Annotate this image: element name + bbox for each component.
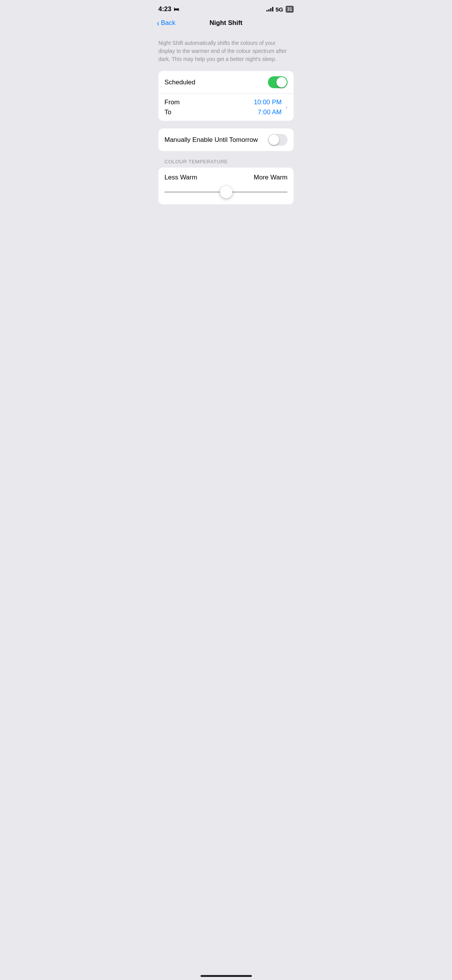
scheduled-card: Scheduled From To 10:00 PM 7:00 AM › bbox=[158, 71, 294, 121]
scheduled-label: Scheduled bbox=[164, 79, 195, 86]
slider-track bbox=[164, 191, 288, 193]
less-warm-label: Less Warm bbox=[164, 174, 197, 181]
from-to-times: 10:00 PM 7:00 AM bbox=[254, 99, 282, 116]
battery-level: 31 bbox=[287, 7, 292, 12]
signal-bar-3 bbox=[270, 8, 271, 12]
signal-bar-1 bbox=[266, 10, 268, 12]
status-bar: 4:23 🛏 5G 31 bbox=[151, 0, 301, 16]
slider-fill bbox=[164, 191, 226, 193]
slider-thumb[interactable] bbox=[220, 186, 232, 198]
description-text: Night Shift automatically shifts the col… bbox=[158, 36, 294, 71]
signal-bar-2 bbox=[268, 9, 270, 12]
manual-enable-row: Manually Enable Until Tomorrow bbox=[158, 128, 294, 151]
from-time: 10:00 PM bbox=[254, 99, 282, 106]
nav-header: ‹ Back Night Shift bbox=[151, 16, 301, 33]
colour-temp-section-header: COLOUR TEMPERATURE bbox=[158, 159, 294, 168]
signal-bars-icon bbox=[266, 7, 273, 12]
from-to-labels: From To bbox=[164, 99, 180, 116]
back-button[interactable]: ‹ Back bbox=[157, 19, 175, 28]
network-label: 5G bbox=[276, 6, 283, 13]
colour-temp-card: Less Warm More Warm bbox=[158, 168, 294, 204]
scheduled-toggle-thumb bbox=[276, 77, 287, 87]
back-label[interactable]: Back bbox=[161, 19, 176, 27]
battery-indicator: 31 bbox=[286, 6, 294, 13]
status-time: 4:23 🛏 bbox=[158, 5, 179, 13]
to-time: 7:00 AM bbox=[258, 109, 281, 116]
signal-bar-4 bbox=[272, 7, 273, 12]
manual-enable-toggle-thumb bbox=[269, 135, 279, 145]
from-to-chevron-icon: › bbox=[286, 104, 288, 111]
to-label: To bbox=[164, 109, 180, 116]
scheduled-row: Scheduled bbox=[158, 71, 294, 94]
page-title: Night Shift bbox=[210, 19, 243, 27]
back-chevron-icon: ‹ bbox=[157, 19, 159, 28]
manual-enable-toggle[interactable] bbox=[268, 134, 288, 146]
slider-labels: Less Warm More Warm bbox=[164, 174, 288, 181]
main-content: Night Shift automatically shifts the col… bbox=[151, 33, 301, 215]
manual-enable-card: Manually Enable Until Tomorrow bbox=[158, 128, 294, 151]
scheduled-toggle[interactable] bbox=[268, 76, 288, 88]
more-warm-label: More Warm bbox=[254, 174, 288, 181]
slider-container[interactable] bbox=[164, 186, 288, 198]
bed-icon: 🛏 bbox=[174, 6, 179, 12]
manual-enable-label: Manually Enable Until Tomorrow bbox=[164, 136, 258, 144]
status-right: 5G 31 bbox=[266, 6, 294, 13]
from-label: From bbox=[164, 99, 180, 106]
from-to-row[interactable]: From To 10:00 PM 7:00 AM › bbox=[158, 94, 294, 121]
